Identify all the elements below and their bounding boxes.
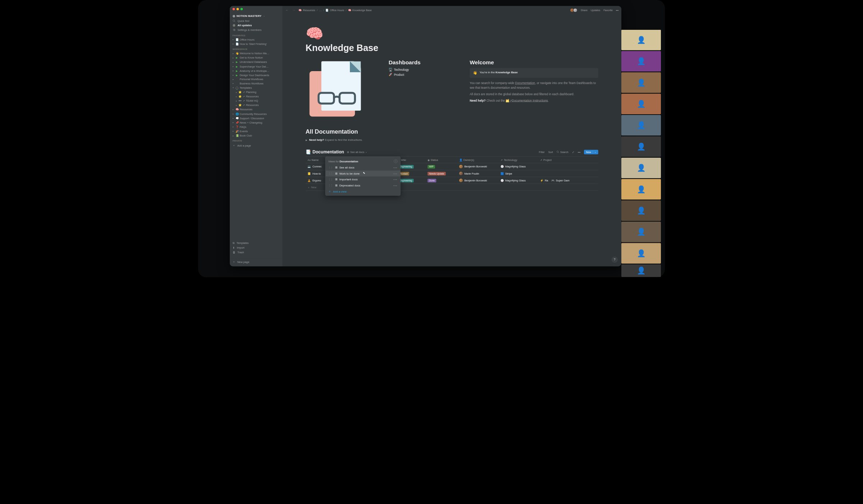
favorite-item[interactable]: ▸ 📑 Office Hours xyxy=(230,37,282,42)
col-project[interactable]: ↗ Project xyxy=(538,157,598,163)
favorite-button[interactable]: Favorite xyxy=(603,9,613,11)
breadcrumb-item[interactable]: … xyxy=(319,9,321,11)
favorite-item[interactable]: ▸ 📄 How to 'Start Finishing' xyxy=(230,42,282,46)
table-icon: ⊞ xyxy=(335,178,338,181)
sidebar-item[interactable]: ▸ ▶ Design Your Dashboards xyxy=(230,73,282,77)
sidebar-item[interactable]: ▸ 👋 Welcome to Notion Ma… xyxy=(230,51,282,55)
dashboard-link[interactable]: 🚀Product xyxy=(389,73,462,76)
col-tech[interactable]: ↗ Technology xyxy=(499,157,538,163)
triangle-right-icon: ▸ xyxy=(235,100,238,102)
sidebar-item[interactable]: ▸ ▶ Supercharge Your Dat… xyxy=(230,64,282,69)
sidebar-subitem[interactable]: ▸ ⭐ ↗ Planning xyxy=(233,90,283,94)
video-participant-tile[interactable]: 👤 xyxy=(621,94,661,114)
help-icon[interactable]: ? xyxy=(394,159,398,163)
breadcrumb-item[interactable]: 🧠Resources xyxy=(298,9,315,11)
video-participant-tile[interactable]: 👤 xyxy=(621,243,661,264)
workspace-icon: ◎ xyxy=(233,14,235,18)
sidebar-item[interactable]: ▸ Business Workflows xyxy=(230,82,282,86)
window-minimize-button[interactable] xyxy=(237,8,239,10)
share-button[interactable]: Share xyxy=(581,9,588,11)
video-participant-tile[interactable]: 👤 xyxy=(621,264,661,277)
settings-members[interactable]: Settings & members xyxy=(230,28,282,32)
updates-button[interactable]: Updates xyxy=(591,9,601,11)
video-participant-tile[interactable]: 👤 xyxy=(621,179,661,199)
help-toggle[interactable]: ▶ Need help? Expand to find the instruct… xyxy=(306,138,598,142)
help-fab[interactable]: ? xyxy=(612,256,618,263)
db-sort-button[interactable]: Sort xyxy=(548,151,553,153)
sidebar-add-page[interactable]: ＋ Add a page xyxy=(230,143,282,148)
sidebar-item[interactable]: ▸ 🌐 Community Resources xyxy=(230,112,282,116)
workspace-switcher[interactable]: ◎ NOTION MASTERY ⌄ xyxy=(230,13,282,18)
page-title[interactable]: Knowledge Base xyxy=(306,43,598,54)
documentation-link[interactable]: Documentation xyxy=(515,82,535,85)
drag-handle-icon[interactable]: ⋮⋮ xyxy=(328,184,333,187)
triangle-right-icon: ▸ xyxy=(235,104,238,106)
dashboard-link[interactable]: 🖥️Technology xyxy=(389,68,462,71)
sidebar-item[interactable]: ▸ 📌 News + Changelog xyxy=(230,120,282,125)
sidebar-subitem[interactable]: ▸ ⭐ ↗ Resources xyxy=(233,103,283,107)
page-emoji[interactable]: 🧠 xyxy=(306,27,598,41)
sidebar-subitem[interactable]: ▸ 👓 ↗ TEAM HQ xyxy=(233,98,283,103)
sidebar-item[interactable]: ▸ ❓ FAQs xyxy=(230,125,282,129)
views-popover-item[interactable]: ⋮⋮ ⊞ Important docs ••• xyxy=(325,176,400,182)
video-participant-tile[interactable]: 👤 xyxy=(621,158,661,178)
video-participant-tile[interactable]: 👤 xyxy=(621,30,661,50)
sidebar-new-page[interactable]: ＋New page xyxy=(230,258,282,264)
sidebar-trash[interactable]: 🗑Trash xyxy=(230,250,282,255)
sidebar-item[interactable]: ▸ ▶ Understand Databases xyxy=(230,60,282,64)
presence-avatars[interactable] xyxy=(571,8,577,13)
col-status[interactable]: ◉ Status xyxy=(425,157,457,163)
sidebar-subitem[interactable]: ▸ ⭐ ↗ Resources xyxy=(233,94,283,98)
drag-handle-icon[interactable]: ⋮⋮ xyxy=(328,178,333,181)
more-icon[interactable]: ••• xyxy=(393,178,397,181)
views-popover-item[interactable]: ⋮⋮ ⊞ See all docs ••• xyxy=(325,165,400,171)
wave-icon: 👋 xyxy=(473,71,477,75)
triangle-right-icon: ▸ xyxy=(232,43,235,45)
triangle-icon: ▸ xyxy=(232,108,235,111)
more-button[interactable]: ••• xyxy=(616,9,619,11)
db-expand-button[interactable]: ⤢ xyxy=(572,151,574,153)
db-title[interactable]: 📑 Documentation xyxy=(306,149,344,154)
views-popover-item[interactable]: ⋮⋮ ⊞ Deprecated docs ••• xyxy=(325,182,400,189)
video-participant-tile[interactable]: 👤 xyxy=(621,137,661,157)
doc-instructions-link[interactable]: 🗂️↗Documentation Instructions xyxy=(506,99,548,102)
db-new-button[interactable]: New⌄ xyxy=(584,150,598,154)
db-more-button[interactable]: ••• xyxy=(578,151,581,153)
window-close-button[interactable] xyxy=(233,8,235,10)
db-view-switcher[interactable]: ⊞ See all docs ⌄ xyxy=(347,151,367,153)
clock-icon xyxy=(233,24,236,27)
all-updates[interactable]: All updates xyxy=(230,23,282,28)
sidebar-section-private: PRIVATE xyxy=(230,138,282,143)
more-icon[interactable]: ••• xyxy=(393,172,397,175)
video-participant-tile[interactable]: 👤 xyxy=(621,51,661,71)
nav-forward-button[interactable]: → xyxy=(292,9,297,12)
sidebar-import[interactable]: ⬇Import xyxy=(230,245,282,250)
db-search-button[interactable]: Search xyxy=(557,151,569,153)
sidebar-item[interactable]: ▸ Personal Workflows xyxy=(230,77,282,82)
more-icon[interactable]: ••• xyxy=(393,166,397,169)
video-participant-tile[interactable]: 👤 xyxy=(621,222,661,242)
sidebar-item[interactable]: ▸ 📗 Book Club xyxy=(230,133,282,138)
more-icon[interactable]: ••• xyxy=(393,184,397,187)
sidebar-item[interactable]: ▸ ▶ Anatomy of a Workspa… xyxy=(230,69,282,73)
sidebar-item[interactable]: ▸ 💭 Support / Discussion xyxy=(230,116,282,120)
sidebar-item[interactable]: ▸ 🧠 Resources xyxy=(230,107,282,112)
drag-handle-icon[interactable]: ⋮⋮ xyxy=(328,166,333,169)
video-participant-tile[interactable]: 👤 xyxy=(621,72,661,93)
nav-back-button[interactable]: ← xyxy=(284,9,289,12)
quick-find[interactable]: Quick find xyxy=(230,19,282,23)
db-filter-button[interactable]: Filter xyxy=(539,151,545,153)
views-add-view[interactable]: ＋ Add a view xyxy=(325,188,400,195)
col-owners[interactable]: 👤 Owner(s) xyxy=(457,157,499,163)
breadcrumb-item[interactable]: 📑Office Hours xyxy=(325,9,344,11)
breadcrumb-item[interactable]: 🧠Knowledge Base xyxy=(348,9,372,11)
video-participant-tile[interactable]: 👤 xyxy=(621,115,661,135)
drag-handle-icon[interactable]: ⋮⋮ xyxy=(328,172,333,175)
chevron-down-icon: ⌄ xyxy=(365,151,367,153)
sidebar-templates[interactable]: ⧉Templates xyxy=(230,241,282,245)
sidebar-item[interactable]: ▸ 🎉 Events xyxy=(230,129,282,133)
video-participant-tile[interactable]: 👤 xyxy=(621,200,661,221)
window-maximize-button[interactable] xyxy=(241,8,243,10)
sidebar-item[interactable]: ▸ ▶ Get to Know Notion xyxy=(230,56,282,60)
sidebar-item[interactable]: ▾ ◯ Templates xyxy=(230,85,282,90)
